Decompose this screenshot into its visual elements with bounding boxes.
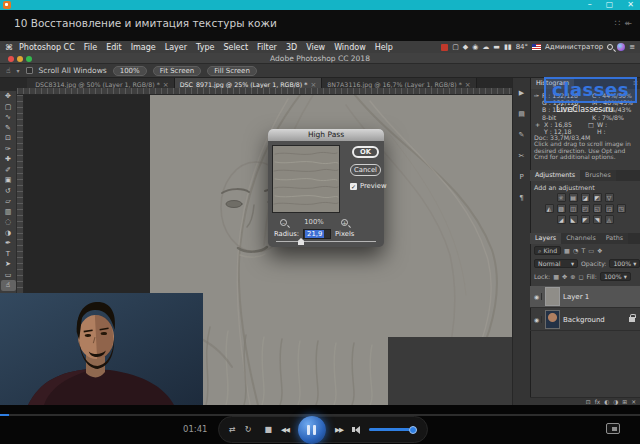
fit-screen-button[interactable]: Fit Screen (153, 66, 202, 76)
menu-item[interactable]: Help (375, 43, 393, 52)
layers-panel-tab[interactable]: Layers (530, 233, 561, 244)
menu-item[interactable]: Window (334, 43, 366, 52)
lock-option-icon[interactable]: ⊕ (570, 273, 575, 280)
preview-checkbox[interactable]: ✓ (350, 183, 357, 190)
gradient-tool[interactable]: ▥ (1, 207, 16, 218)
cancel-button[interactable]: Cancel (350, 164, 381, 176)
layer-row-layer1[interactable]: ◉ Layer 1 (530, 286, 640, 308)
cloud-icon[interactable]: ☁ (482, 43, 489, 51)
stats-icon[interactable]: ▮▮ (504, 43, 512, 51)
apps-grid-icon[interactable]: ∷ (615, 18, 621, 28)
adjustment-icon[interactable]: ◢ (557, 215, 566, 224)
maximize-button[interactable]: ▢ (606, 0, 614, 10)
minimize-button[interactable]: – (588, 0, 592, 10)
type-tool[interactable]: T (1, 249, 16, 260)
radius-input[interactable]: 21,9 (303, 229, 331, 239)
quick-selection-tool[interactable]: ✎ (1, 123, 16, 134)
adjustment-icon[interactable]: ◳ (617, 204, 626, 213)
move-tool[interactable]: ✥ (1, 91, 16, 102)
blend-mode-select[interactable]: Normal▾ (534, 259, 578, 268)
volume-handle[interactable] (409, 426, 417, 434)
visibility-eye-icon[interactable]: ◉ (532, 316, 542, 323)
ok-button[interactable]: OK (352, 146, 379, 158)
eraser-tool[interactable]: ▱ (1, 196, 16, 207)
clone-source-panel-icon[interactable]: ✂ (519, 147, 525, 168)
adjustment-icon[interactable]: ◤ (581, 215, 590, 224)
tool-preset-caret-icon[interactable]: ▾ (17, 67, 20, 74)
search-icon[interactable] (607, 44, 613, 50)
us-flag-icon[interactable] (532, 44, 541, 50)
adjustment-icon[interactable]: ▽ (605, 193, 614, 202)
layers-footer-icon[interactable]: ✕ (631, 399, 636, 405)
menu-item[interactable]: File (84, 43, 97, 52)
zoom-in-icon[interactable]: + (341, 219, 348, 226)
layers-footer-icon[interactable]: ◐ (604, 399, 609, 405)
adjustment-icon[interactable]: ◱ (593, 204, 602, 213)
layers-panel-tab[interactable]: Paths (601, 233, 628, 244)
scroll-all-windows-checkbox[interactable] (26, 67, 33, 74)
lock-option-icon[interactable]: ◻ (578, 273, 583, 280)
dropbox-icon[interactable]: ◆ (463, 43, 468, 51)
tab-brushes[interactable]: Brushes (580, 170, 616, 181)
marquee-tool[interactable]: ▢ (1, 102, 16, 113)
lock-option-icon[interactable]: ▦ (553, 273, 559, 280)
assistant-icon[interactable] (617, 43, 625, 51)
display-icon[interactable]: ▢ (452, 43, 459, 51)
fill-value[interactable]: 100%▾ (600, 272, 631, 281)
menu-item[interactable]: Photoshop CC (19, 43, 75, 52)
layer-filter-kind[interactable]: ⌕Kind (534, 246, 561, 255)
layer-filter-icon[interactable]: T (581, 247, 585, 254)
screen-icon[interactable]: ▬ (493, 43, 500, 51)
zoom-out-icon[interactable]: – (280, 219, 287, 226)
menu-item[interactable]: Select (223, 43, 248, 52)
radius-slider-handle[interactable] (298, 238, 304, 245)
clone-stamp-tool[interactable]: ▣ (1, 175, 16, 186)
visibility-eye-icon[interactable]: ◉ (532, 293, 542, 300)
actions-panel-icon[interactable]: ▶ (519, 84, 524, 105)
volume-icon[interactable] (352, 426, 360, 434)
healing-brush-tool[interactable]: ✚ (1, 154, 16, 165)
shape-tool[interactable]: ▭ (1, 270, 16, 281)
adjustment-icon[interactable]: ▤ (569, 193, 578, 202)
adjustment-icon[interactable]: ▨ (557, 204, 566, 213)
pen-tool[interactable]: ✒ (1, 238, 16, 249)
hand-tool[interactable]: ☝ (1, 280, 16, 291)
rewind-button[interactable]: ◀◀ (281, 426, 289, 434)
user-menu[interactable]: Администратор (545, 43, 603, 51)
lasso-tool[interactable]: ∿ (1, 112, 16, 123)
adjustment-icon[interactable]: ◲ (605, 204, 614, 213)
layer-row-background[interactable]: ◉ Background (530, 309, 640, 331)
adjustment-icon[interactable]: ☼ (557, 193, 566, 202)
radius-slider-track[interactable] (276, 241, 376, 242)
adjustment-icon[interactable]: ◫ (569, 204, 578, 213)
adjustment-icon[interactable]: ◬ (605, 215, 614, 224)
opacity-value[interactable]: 100%▾ (609, 259, 640, 268)
dialog-title[interactable]: High Pass (268, 129, 384, 141)
layer-thumbnail[interactable] (545, 287, 560, 306)
stop-button[interactable]: ■ (264, 426, 272, 434)
crop-tool[interactable]: ⊡ (1, 133, 16, 144)
brush-settings-panel-icon[interactable]: ✎ (519, 126, 525, 147)
menu-item[interactable]: View (306, 43, 325, 52)
menu-item[interactable]: Edit (106, 43, 122, 52)
back-arrow-icon[interactable]: ↞ (624, 18, 632, 28)
dialog-preview-thumbnail[interactable] (272, 145, 340, 213)
camera-icon[interactable]: ◉ (472, 43, 478, 51)
repeat-icon[interactable]: ↻ (245, 426, 252, 434)
menu-icon[interactable]: ≡ (629, 43, 635, 51)
layer-thumbnail[interactable] (545, 310, 560, 329)
path-selection-tool[interactable]: ➤ (1, 259, 16, 270)
history-brush-tool[interactable]: ↺ (1, 186, 16, 197)
menu-item[interactable]: Filter (257, 43, 277, 52)
menu-item[interactable]: Image (131, 43, 156, 52)
adjustment-icon[interactable]: ◣ (569, 215, 578, 224)
close-button[interactable]: ✕ (627, 0, 634, 10)
apple-menu-icon[interactable]: ⌘ (5, 43, 13, 52)
layer-filter-icon[interactable]: ▦ (564, 247, 570, 254)
paragraph-panel-icon[interactable]: ¶ (519, 189, 523, 210)
brush-tool[interactable]: ✐ (1, 165, 16, 176)
fill-screen-button[interactable]: Fill Screen (207, 66, 257, 76)
adjustment-icon[interactable]: ◪ (581, 193, 590, 202)
menu-item[interactable]: Layer (165, 43, 187, 52)
zoom-100-button[interactable]: 100% (113, 66, 147, 76)
